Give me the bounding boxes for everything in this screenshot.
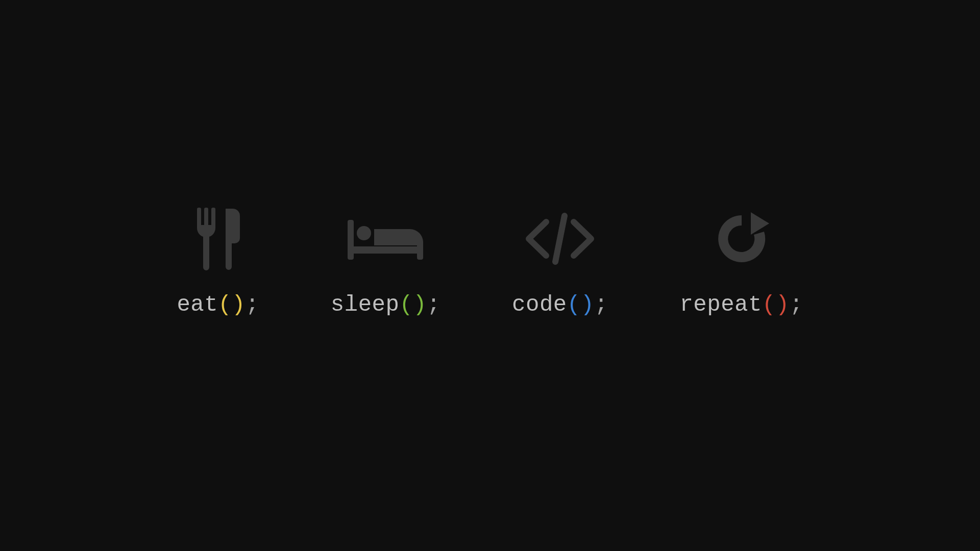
fn-name: eat bbox=[177, 292, 218, 317]
fn-name: code bbox=[512, 292, 567, 317]
parens: () bbox=[218, 292, 246, 317]
label-code: code(); bbox=[512, 292, 608, 317]
bed-icon bbox=[345, 203, 426, 274]
parens: () bbox=[762, 292, 790, 317]
cell-eat: eat(); bbox=[177, 203, 259, 317]
svg-rect-3 bbox=[348, 220, 354, 260]
cell-repeat: repeat(); bbox=[679, 203, 803, 317]
semicolon: ; bbox=[246, 292, 259, 317]
label-eat: eat(); bbox=[177, 292, 259, 317]
svg-rect-1 bbox=[204, 208, 208, 227]
semicolon: ; bbox=[427, 292, 440, 317]
cell-sleep: sleep(); bbox=[331, 203, 440, 317]
fork-knife-icon bbox=[190, 203, 246, 274]
svg-rect-4 bbox=[348, 246, 423, 254]
fn-name: repeat bbox=[679, 292, 762, 317]
row: eat(); sleep(); bbox=[177, 203, 803, 317]
svg-line-7 bbox=[555, 216, 565, 262]
parens: () bbox=[399, 292, 427, 317]
fn-name: sleep bbox=[331, 292, 400, 317]
code-brackets-icon bbox=[522, 203, 598, 274]
cell-code: code(); bbox=[512, 203, 608, 317]
parens: () bbox=[567, 292, 595, 317]
svg-rect-2 bbox=[211, 208, 215, 227]
svg-point-6 bbox=[357, 226, 371, 240]
label-repeat: repeat(); bbox=[679, 292, 803, 317]
semicolon: ; bbox=[790, 292, 803, 317]
redo-icon bbox=[711, 203, 772, 274]
label-sleep: sleep(); bbox=[331, 292, 440, 317]
wallpaper-canvas: eat(); sleep(); bbox=[0, 0, 980, 551]
semicolon: ; bbox=[595, 292, 608, 317]
svg-rect-0 bbox=[197, 208, 201, 227]
